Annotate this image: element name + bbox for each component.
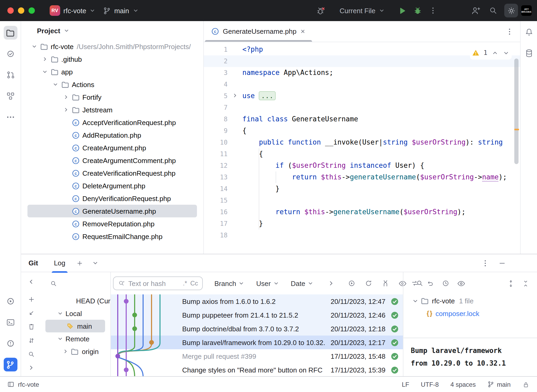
editor-tab-generateusername[interactable]: c GenerateUsername.php <box>204 21 313 42</box>
tree-row-addreputation-php[interactable]: cAddReputation.php <box>27 129 197 141</box>
notifications-bell-icon[interactable] <box>524 27 534 37</box>
user-filter[interactable]: User <box>256 279 279 287</box>
collapse-all-icon[interactable] <box>522 279 530 287</box>
branch-search-icon[interactable] <box>50 279 58 287</box>
chevron-right-icon[interactable] <box>61 94 71 100</box>
project-widget[interactable]: RV rfc-vote <box>50 5 96 16</box>
changed-file-row[interactable]: { } composer.lock <box>403 307 537 320</box>
tree-row-createargument-php[interactable]: cCreateArgument.php <box>27 141 197 154</box>
line-ending-widget[interactable]: LF <box>402 381 409 388</box>
git-log-tab[interactable]: Log <box>52 254 67 272</box>
code-line-8[interactable]: 8final class GenerateUsername <box>204 113 520 125</box>
preview-eye-icon[interactable] <box>457 279 466 288</box>
commit-row[interactable]: Bump axios from 1.6.0 to 1.6.220/11/2023… <box>111 294 403 308</box>
code-line-9[interactable]: 9{ <box>204 125 520 137</box>
tree-row-removereputation-php[interactable]: cRemoveReputation.php <box>27 217 197 230</box>
tree-row-generateusername-php[interactable]: cGenerateUsername.php <box>27 205 197 217</box>
more-tool-windows-button[interactable] <box>3 110 17 124</box>
previous-problem-chevron-icon[interactable] <box>492 49 498 56</box>
terminal-tool-button[interactable] <box>3 315 17 329</box>
encoding-widget[interactable]: UTF-8 <box>421 381 439 388</box>
chevron-left-button[interactable] <box>25 275 37 288</box>
more-filters-chevron-icon[interactable] <box>327 280 335 287</box>
chevron-down-icon[interactable] <box>57 310 63 317</box>
mute-breakpoints-bug-icon[interactable] <box>316 6 326 16</box>
code-line-18[interactable]: 18 <box>204 230 520 241</box>
new-tab-plus-icon[interactable] <box>76 259 83 267</box>
delete-trash-button[interactable] <box>25 320 37 333</box>
log-search-field[interactable]: Text or hash .* Cc <box>113 276 203 290</box>
code-editor[interactable]: 1<?php23namespace App\Actions;45use ...7… <box>204 42 520 254</box>
code-line-4[interactable]: 4 <box>204 79 520 90</box>
debug-button[interactable] <box>413 6 422 15</box>
next-problem-chevron-icon[interactable] <box>503 49 510 56</box>
search-button[interactable] <box>25 348 37 360</box>
chevron-down-icon[interactable] <box>51 81 60 88</box>
more-actions-kebab-icon[interactable] <box>429 6 437 15</box>
code-line-16[interactable]: 16 return $this->generateUsername($userO… <box>204 206 520 218</box>
commit-tool-button[interactable] <box>3 47 17 61</box>
code-line-14[interactable]: 14 } <box>204 183 520 195</box>
branch-row-remote[interactable]: Remote <box>41 332 110 345</box>
tree-row-fortify[interactable]: Fortify <box>27 91 197 103</box>
services-tool-button[interactable] <box>3 294 17 308</box>
history-clock-icon[interactable] <box>441 279 450 288</box>
readonly-lock-icon[interactable] <box>522 381 530 388</box>
chevron-down-icon[interactable] <box>57 336 63 342</box>
editor-options-kebab-icon[interactable] <box>505 27 514 36</box>
tree-row--github[interactable]: .github <box>27 53 197 65</box>
minimize-window-button[interactable] <box>18 7 24 14</box>
search-everywhere-icon[interactable] <box>488 6 498 15</box>
tree-row-requestemailchange-php[interactable]: cRequestEmailChange.php <box>27 230 197 243</box>
settings-gear-button[interactable] <box>504 4 518 17</box>
problems-tool-button[interactable] <box>3 337 17 350</box>
code-line-15[interactable]: 15 <box>204 195 520 206</box>
chevron-right-button[interactable] <box>25 361 37 374</box>
code-line-10[interactable]: 10 public function __invoke(User|string … <box>204 137 520 148</box>
tree-row-acceptverificationrequest-php[interactable]: cAcceptVerificationRequest.php <box>27 116 197 129</box>
date-filter[interactable]: Date <box>291 279 314 287</box>
commit-row[interactable]: Bump laravel/framework from 10.29.0 to 1… <box>111 336 403 349</box>
git-tool-button[interactable] <box>3 358 17 371</box>
fold-region-icon[interactable] <box>232 92 238 99</box>
close-tab-icon[interactable] <box>300 28 306 34</box>
branch-filter[interactable]: Branch <box>214 279 244 287</box>
tree-row-actions[interactable]: Actions <box>27 78 197 91</box>
run-configuration-selector[interactable]: Current File <box>340 7 375 15</box>
tree-row-deleteargument-php[interactable]: cDeleteArgument.php <box>27 179 197 192</box>
database-tool-icon[interactable] <box>524 49 534 58</box>
graph-options-button[interactable] <box>381 279 390 288</box>
indent-widget[interactable]: 4 spaces <box>450 381 476 388</box>
commit-row[interactable]: Change styles on "Read more" button on R… <box>111 363 403 376</box>
chevron-down-icon[interactable] <box>30 43 39 50</box>
add-button[interactable] <box>25 293 37 305</box>
git-branch-widget[interactable]: main <box>487 381 511 388</box>
editor-scrollbar[interactable] <box>514 59 519 164</box>
checkout-arrow-button[interactable] <box>25 307 37 319</box>
run-button[interactable] <box>398 6 407 15</box>
project-panel-header[interactable]: Project <box>21 21 203 40</box>
swap-arrows-button[interactable] <box>25 334 37 347</box>
tree-row-jetstream[interactable]: Jetstream <box>27 103 197 116</box>
rollback-undo-icon[interactable] <box>426 279 435 288</box>
code-line-5[interactable]: 5use ... <box>204 90 520 102</box>
commit-row[interactable]: Bump puppeteer from 21.4.1 to 21.5.220/1… <box>111 308 403 322</box>
code-with-me-add-user-icon[interactable] <box>471 6 481 16</box>
chevron-right-icon[interactable] <box>61 107 71 113</box>
commit-row[interactable]: Bump doctrine/dbal from 3.7.0 to 3.7.220… <box>111 322 403 336</box>
compare-diff-icon[interactable] <box>411 279 419 288</box>
match-case-toggle[interactable]: Cc <box>190 280 198 287</box>
branch-row-main[interactable]: main <box>45 320 105 332</box>
warning-stripe-mark[interactable] <box>514 129 519 130</box>
refresh-button[interactable] <box>364 279 373 288</box>
code-line-11[interactable]: 11 { <box>204 148 520 160</box>
code-line-13[interactable]: 13 return $this->generateUsername($userO… <box>204 171 520 183</box>
zoom-window-button[interactable] <box>29 7 35 14</box>
code-line-17[interactable]: 17 } <box>204 218 520 230</box>
code-line-12[interactable]: 12 if ($userOrString instanceof User) { <box>204 160 520 171</box>
changed-files-root-row[interactable]: rfc-vote 1 file <box>403 294 537 307</box>
chevron-right-icon[interactable] <box>62 348 69 355</box>
pull-requests-tool-button[interactable] <box>3 68 17 82</box>
tree-row-createverificationrequest-php[interactable]: cCreateVerificationRequest.php <box>27 167 197 179</box>
tree-row-denyverificationrequest-php[interactable]: cDenyVerificationRequest.php <box>27 192 197 205</box>
